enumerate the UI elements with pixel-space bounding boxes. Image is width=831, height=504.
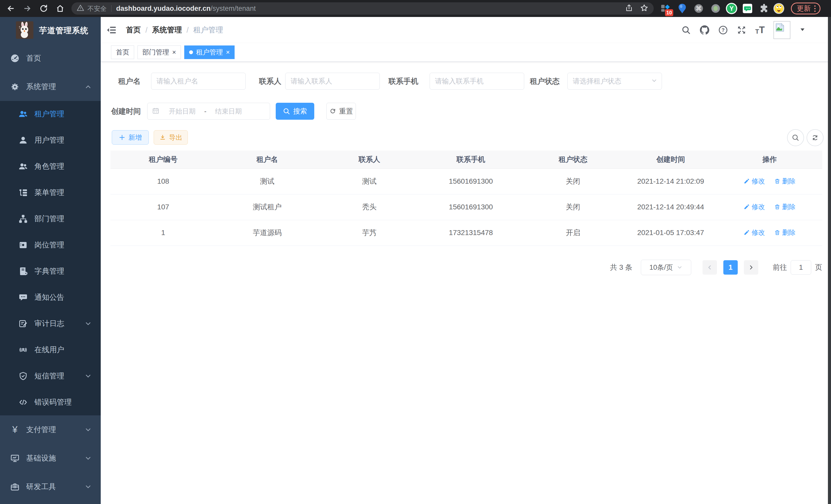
yen-icon: ¥ — [10, 425, 20, 435]
chevron-down-icon — [651, 77, 658, 85]
sidebar-item-label: 系统管理 — [26, 82, 84, 92]
table-refresh-button[interactable] — [807, 129, 824, 146]
extension-command-icon[interactable]: ⌘ — [693, 3, 705, 14]
sidebar-logo[interactable]: 芋道管理系统 — [0, 17, 101, 44]
tab-close-icon[interactable]: × — [172, 49, 176, 56]
breadcrumb-home[interactable]: 首页 — [126, 25, 141, 35]
share-icon[interactable] — [625, 4, 633, 13]
browser-menu-icon[interactable] — [814, 5, 815, 12]
sidebar-item-dict[interactable]: 字典管理 — [0, 258, 101, 285]
sidebar: 芋道管理系统 首页 系统管理 租户管理 — [0, 17, 101, 504]
sidebar-item-home[interactable]: 首页 — [0, 44, 101, 72]
broadcast-user-icon — [19, 345, 28, 355]
delete-link[interactable]: 删除 — [774, 228, 796, 237]
fullscreen-icon[interactable] — [737, 25, 746, 35]
org-chart-icon — [19, 214, 28, 224]
bookmark-star-icon[interactable] — [640, 4, 649, 13]
breadcrumb-system[interactable]: 系统管理 — [152, 25, 182, 35]
export-button[interactable]: 导出 — [154, 130, 188, 145]
extension-recorder-icon[interactable] — [710, 3, 721, 14]
sidebar-item-notice[interactable]: 通知公告 — [0, 285, 101, 310]
sidebar-item-label: 通知公告 — [34, 292, 92, 303]
extension-tabs-icon[interactable]: 10 — [659, 3, 671, 14]
browser-home-icon[interactable] — [55, 3, 65, 13]
sidebar-item-label: 短信管理 — [34, 371, 84, 381]
extension-pin-icon[interactable] — [676, 3, 688, 14]
sidebar-item-payment[interactable]: ¥ 支付管理 — [0, 415, 101, 444]
sidebar-item-dept[interactable]: 部门管理 — [0, 206, 101, 232]
reset-button[interactable]: 重置 — [326, 103, 356, 120]
page-content: 租户名 联系人 联系手机 租户状态 请选择租户状态 创建时间 — [101, 62, 831, 504]
tab-home[interactable]: 首页 — [111, 46, 134, 59]
browser-back-icon[interactable] — [6, 3, 16, 13]
chevron-down-icon — [84, 426, 92, 434]
cell-created: 2021-12-14 20:49:44 — [624, 194, 717, 220]
help-icon[interactable]: ? — [718, 25, 728, 35]
sidebar-item-online-users[interactable]: 在线用户 — [0, 337, 101, 363]
table-row: 1 芋道源码 芋艿 17321315478 开启 2021-01-05 17:0… — [111, 220, 822, 245]
search-button[interactable]: 搜索 — [276, 103, 314, 120]
contact-input[interactable] — [285, 73, 380, 90]
export-button-label: 导出 — [169, 133, 182, 142]
tab-dept[interactable]: 部门管理 × — [138, 46, 181, 59]
cell-contact: 芋艿 — [319, 220, 420, 245]
prev-page-button[interactable] — [703, 260, 717, 275]
browser-reload-icon[interactable] — [38, 3, 49, 13]
tab-tenant[interactable]: 租户管理 × — [184, 46, 235, 59]
add-button[interactable]: 新增 — [112, 130, 149, 145]
sidebar-item-tenant[interactable]: 租户管理 — [0, 101, 101, 127]
sidebar-item-dev-tools[interactable]: 研发工具 — [0, 472, 101, 501]
tenant-name-input[interactable] — [151, 73, 246, 90]
col-mobile: 联系手机 — [420, 151, 522, 169]
sidebar-item-system[interactable]: 系统管理 — [0, 72, 101, 101]
mobile-input[interactable] — [430, 73, 524, 90]
font-size-icon[interactable]: TT — [755, 25, 765, 35]
profile-avatar-emoji[interactable] — [773, 3, 785, 14]
filter-label-contact: 联系人 — [259, 73, 281, 90]
tab-close-icon[interactable]: × — [226, 49, 230, 56]
security-label[interactable]: 不安全 — [87, 4, 107, 13]
create-time-range-picker[interactable]: 开始日期 - 结束日期 — [147, 103, 270, 120]
url-path[interactable]: /system/tenant — [211, 5, 256, 12]
current-page-button[interactable]: 1 — [723, 260, 738, 275]
sidebar-item-role[interactable]: 角色管理 — [0, 153, 101, 180]
goto-page-input[interactable] — [791, 260, 811, 275]
browser-forward-icon[interactable] — [22, 3, 32, 13]
delete-label: 删除 — [782, 228, 796, 237]
sidebar-item-post[interactable]: 岗位管理 — [0, 232, 101, 258]
sidebar-item-infrastructure[interactable]: 基础设施 — [0, 444, 101, 472]
sidebar-item-error-code[interactable]: 错误码管理 — [0, 389, 101, 415]
extension-chat-icon[interactable] — [742, 3, 753, 14]
cell-actions: 修改 删除 — [717, 220, 822, 245]
github-icon[interactable] — [700, 25, 710, 35]
status-select[interactable]: 请选择租户状态 — [567, 73, 662, 90]
delete-link[interactable]: 删除 — [774, 177, 796, 186]
sidebar-item-menu[interactable]: 菜单管理 — [0, 180, 101, 206]
end-date-placeholder[interactable]: 结束日期 — [209, 107, 248, 116]
edit-link[interactable]: 修改 — [744, 228, 765, 237]
sidebar-collapse-icon[interactable] — [106, 25, 117, 35]
svg-text:Y: Y — [729, 5, 734, 12]
sidebar-item-sms[interactable]: 短信管理 — [0, 363, 101, 389]
sidebar-item-label: 菜单管理 — [34, 187, 92, 198]
edit-label: 修改 — [752, 177, 765, 186]
page-size-select[interactable]: 10条/页 — [641, 260, 691, 275]
extensions-puzzle-icon[interactable] — [758, 3, 770, 14]
delete-label: 删除 — [782, 177, 796, 186]
extension-yuque-icon[interactable]: Y — [726, 3, 738, 14]
header-search-icon[interactable] — [681, 25, 691, 35]
sidebar-item-audit-log[interactable]: 审计日志 — [0, 310, 101, 337]
next-page-button[interactable] — [744, 260, 758, 275]
security-warning-icon — [77, 4, 84, 13]
sidebar-item-user[interactable]: 用户管理 — [0, 127, 101, 153]
delete-link[interactable]: 删除 — [774, 202, 796, 211]
avatar-dropdown-caret-icon[interactable] — [799, 26, 806, 34]
edit-link[interactable]: 修改 — [744, 177, 765, 186]
browser-update-button[interactable]: 更新 — [791, 3, 821, 14]
table-search-toggle-button[interactable] — [787, 129, 804, 146]
start-date-placeholder[interactable]: 开始日期 — [163, 107, 201, 116]
url-host[interactable]: dashboard.yudao.iocoder.cn — [116, 5, 211, 12]
edit-link[interactable]: 修改 — [744, 202, 765, 211]
user-avatar[interactable] — [773, 21, 791, 39]
address-bar[interactable]: 不安全 dashboard.yudao.iocoder.cn/system/te… — [71, 2, 654, 14]
